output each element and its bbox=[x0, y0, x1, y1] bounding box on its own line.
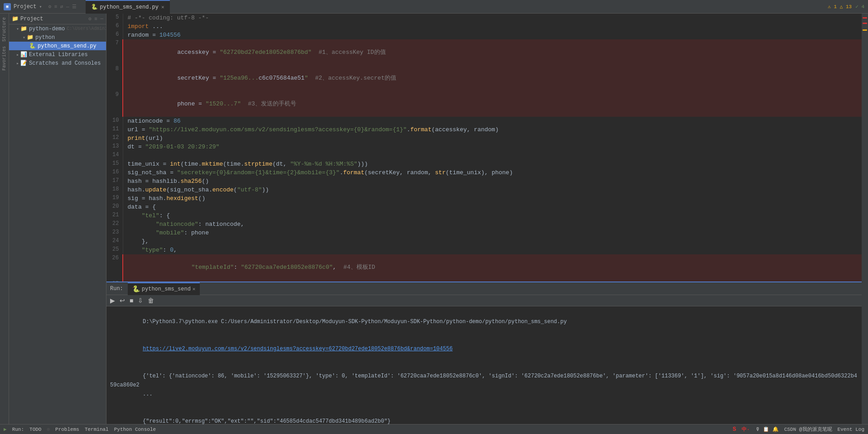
tab-close-icon[interactable]: ✕ bbox=[161, 4, 164, 10]
table-row: 13 dt = "2019-01-03 20:29:29" bbox=[106, 143, 862, 151]
line-number: 20 bbox=[106, 203, 123, 211]
tree-item-sms-send[interactable]: 🐍 python_sms_send.py bbox=[9, 42, 106, 50]
warning-indicator-1 bbox=[863, 29, 867, 31]
editor-scrollbar[interactable] bbox=[862, 14, 868, 424]
run-status-icon: ▶ bbox=[4, 426, 7, 432]
structure-vtab[interactable]: Structure bbox=[1, 15, 8, 43]
csdn-username[interactable]: CSDN @我的派克笔呢 bbox=[784, 426, 832, 433]
line-code[interactable]: phone = "1520...7" #3、发送的手机号 bbox=[123, 91, 862, 117]
line-code[interactable]: dt = "2019-01-03 20:29:29" bbox=[123, 143, 862, 151]
line-code[interactable]: secretKey = "125ea96...c6c075684ae51" #2… bbox=[123, 65, 862, 91]
line-code[interactable]: "type": 0, bbox=[123, 246, 862, 254]
line-code[interactable]: "mobile": phone bbox=[123, 229, 862, 237]
line-code[interactable]: "signId":"62720c2a7ede18052e8876be", #_5… bbox=[123, 280, 862, 281]
todo-tab[interactable]: TODO bbox=[29, 427, 41, 432]
table-row: 19 sig = hash.hexdigest() bbox=[106, 194, 862, 203]
csdn-logo: S bbox=[733, 426, 736, 433]
tree-label-scratches: Scratches and Consoles bbox=[29, 60, 101, 67]
tree-label-sms-send: python_sms_send.py bbox=[38, 43, 96, 49]
favorites-vtab[interactable]: Favorites bbox=[1, 44, 8, 72]
run-tab-close[interactable]: ✕ bbox=[193, 286, 196, 292]
csdn-label: 中· bbox=[742, 426, 750, 433]
table-row: 18 hash.update(sig_not_sha.encode("utf-8… bbox=[106, 186, 862, 194]
table-row: 12 print(url) bbox=[106, 134, 862, 143]
line-number: 22 bbox=[106, 220, 123, 229]
line-code[interactable]: accesskey = "62720bd27ede18052e8876bd" #… bbox=[123, 39, 862, 65]
ext-lib-icon: 📊 bbox=[20, 51, 27, 58]
error-indicator-2 bbox=[863, 23, 867, 24]
run-tab-sms[interactable]: 🐍 python_sms_send ✕ bbox=[128, 282, 200, 295]
warning-indicator[interactable]: ⚠ 1 △ 13 bbox=[828, 4, 852, 10]
run-url-link[interactable]: https://live2.moduyun.com/sms/v2/sendsin… bbox=[143, 346, 453, 352]
expand-arrow: ▾ bbox=[16, 26, 19, 32]
run-panel: Run: 🐍 python_sms_send ✕ ▶ ↩ ■ ⇩ 🗑 D:\Py… bbox=[106, 281, 862, 424]
line-code[interactable]: data = { bbox=[123, 203, 862, 211]
event-log[interactable]: Event Log bbox=[838, 427, 864, 432]
ok-indicator[interactable]: ✓ 4 bbox=[855, 4, 864, 10]
line-code[interactable]: }, bbox=[123, 237, 862, 246]
table-row: 17 hash = hashlib.sha256() bbox=[106, 177, 862, 186]
line-code[interactable]: sig = hash.hexdigest() bbox=[123, 194, 862, 203]
code-editor[interactable]: 5 # -*- coding: utf-8 -*- 6 import ... 6… bbox=[106, 14, 862, 281]
run-url-line[interactable]: https://live2.moduyun.com/sms/v2/sendsin… bbox=[110, 335, 858, 362]
csdn-user: 🎙 📋 🔔 bbox=[755, 426, 779, 432]
line-number: 24 bbox=[106, 237, 123, 246]
tab-filename: python_sms_send.py bbox=[100, 4, 159, 10]
run-tabs: Run: 🐍 python_sms_send ✕ bbox=[106, 282, 862, 295]
line-code[interactable]: hash = hashlib.sha256() bbox=[123, 177, 862, 186]
title-left: ▣ Project ▾ ⚙ ≡ ⇄ — ☰ bbox=[4, 3, 77, 10]
table-row: 6 import ... bbox=[106, 22, 862, 31]
tree-item-ext-lib[interactable]: ▸ 📊 External Libraries bbox=[9, 50, 106, 59]
active-tab[interactable]: 🐍 python_sms_send.py ✕ bbox=[86, 0, 169, 14]
line-number: 17 bbox=[106, 177, 123, 186]
line-code[interactable]: # -*- coding: utf-8 -*- bbox=[123, 14, 862, 22]
problems-tab[interactable]: Problems bbox=[55, 427, 79, 432]
py-file-icon: 🐍 bbox=[29, 43, 36, 49]
run-toolbar: ▶ ↩ ■ ⇩ 🗑 bbox=[106, 295, 862, 306]
line-code[interactable]: "nationcode": nationcode, bbox=[123, 220, 862, 229]
table-row: 22 "nationcode": nationcode, bbox=[106, 220, 862, 229]
line-code[interactable]: import ... bbox=[123, 22, 862, 31]
table-row: 11 url = "https://live2.moduyun.com/sms/… bbox=[106, 125, 862, 134]
table-row: 10 nationcode = 86 bbox=[106, 117, 862, 125]
line-number: 11 bbox=[106, 125, 123, 134]
line-code[interactable]: nationcode = 86 bbox=[123, 117, 862, 125]
line-code[interactable]: time_unix = int(time.mktime(time.strptim… bbox=[123, 160, 862, 168]
terminal-tab[interactable]: Terminal bbox=[85, 427, 109, 432]
line-code[interactable]: "tel": { bbox=[123, 211, 862, 220]
line-code[interactable]: print(url) bbox=[123, 134, 862, 143]
line-code[interactable]: hash.update(sig_not_sha.encode("utf-8")) bbox=[123, 186, 862, 194]
run-rerun-button[interactable]: ↩ bbox=[118, 296, 127, 305]
line-code[interactable]: url = "https://live2.moduyun.com/sms/v2/… bbox=[123, 125, 862, 134]
tree-item-python[interactable]: ▾ 📁 python bbox=[9, 33, 106, 42]
run-play-button[interactable]: ▶ bbox=[108, 296, 117, 305]
run-dict-output: {'tel': {'nationcode': 86, 'mobile': '15… bbox=[110, 373, 857, 388]
table-row: 8 secretKey = "125ea96...c6c075684ae51" … bbox=[106, 65, 862, 91]
run-result-line: {"result":0,"errmsg":"OK","ext":"","sid"… bbox=[110, 408, 858, 424]
statusbar: ▶ Run: TODO ⊙ Problems Terminal Python C… bbox=[0, 424, 868, 434]
project-dropdown-icon[interactable]: ▾ bbox=[39, 4, 42, 10]
line-code[interactable]: "templateId": "62720caa7ede18052e8876c0"… bbox=[123, 254, 862, 280]
line-number: 10 bbox=[106, 117, 123, 125]
line-code[interactable] bbox=[123, 151, 862, 160]
line-code[interactable]: random = 104556 bbox=[123, 31, 862, 39]
tree-item-scratches[interactable]: ▸ 📝 Scratches and Consoles bbox=[9, 59, 106, 67]
table-row: 20 data = { bbox=[106, 203, 862, 211]
tree-item-python-demo[interactable]: ▾ 📁 python-demo C:\Users\Administrator\D… bbox=[9, 24, 106, 33]
expand-arrow-ext: ▸ bbox=[16, 52, 19, 57]
run-scroll-button[interactable]: ⇩ bbox=[136, 296, 145, 305]
line-number: 5 bbox=[106, 14, 123, 22]
line-code[interactable]: sig_not_sha = "secretkey={0}&random={1}&… bbox=[123, 168, 862, 177]
run-stop-button[interactable]: ■ bbox=[128, 296, 135, 305]
python-console-tab[interactable]: Python Console bbox=[114, 427, 156, 432]
line-number: 16 bbox=[106, 168, 123, 177]
table-row: 24 }, bbox=[106, 237, 862, 246]
expand-arrow-scratch: ▸ bbox=[16, 61, 19, 66]
line-number: 14 bbox=[106, 151, 123, 160]
line-number: 6 bbox=[106, 22, 123, 31]
table-row: 26 "templateId": "62720caa7ede18052e8876… bbox=[106, 254, 862, 280]
line-number: 13 bbox=[106, 143, 123, 151]
line-number: 19 bbox=[106, 194, 123, 203]
run-clear-button[interactable]: 🗑 bbox=[146, 296, 156, 305]
project-label[interactable]: Project bbox=[14, 4, 36, 10]
